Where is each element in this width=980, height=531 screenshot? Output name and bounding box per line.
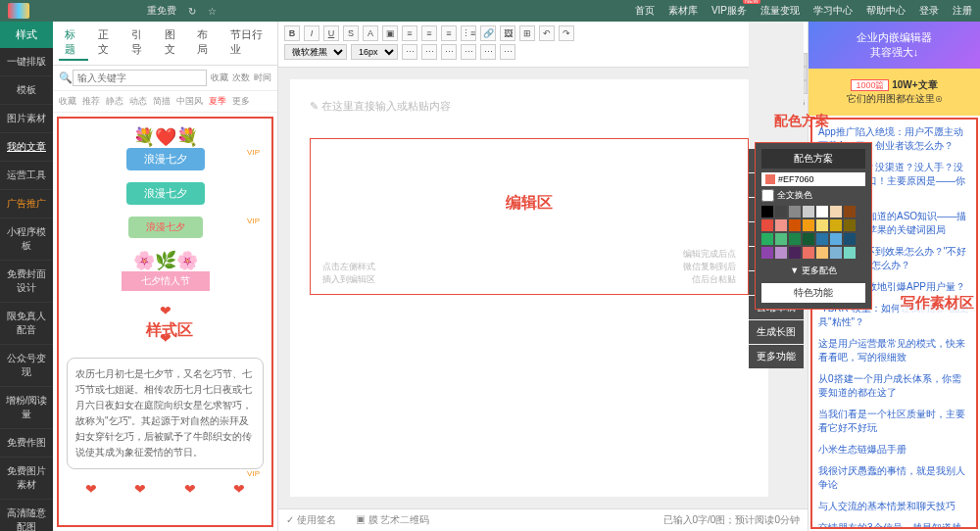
color-swatch[interactable] xyxy=(830,247,842,259)
signature-toggle[interactable]: ✓ 使用签名 xyxy=(286,513,336,527)
link-button[interactable]: 🔗 xyxy=(480,25,496,41)
styles-tab[interactable]: 标题 xyxy=(59,25,88,61)
top-nav-link[interactable]: 首页 xyxy=(635,4,655,18)
color-swatch[interactable] xyxy=(761,219,773,231)
sidebar-item[interactable]: 模板 xyxy=(0,76,53,105)
top-nav-link[interactable]: 注册 xyxy=(953,4,972,18)
color-swatch[interactable] xyxy=(775,247,787,259)
color-swatch[interactable] xyxy=(844,219,856,231)
sidebar-item[interactable]: 免费图片素材 xyxy=(0,458,53,500)
color-swatch[interactable] xyxy=(803,219,814,231)
italic-button[interactable]: I xyxy=(304,25,319,41)
styles-tab[interactable]: 正文 xyxy=(92,25,122,61)
style-template[interactable]: 浪漫七夕 VIP xyxy=(67,217,264,238)
tool-button[interactable]: 生成长图 xyxy=(749,320,804,344)
color-swatch[interactable] xyxy=(816,233,828,245)
article-link[interactable]: 从0搭建一个用户成长体系，你需要知道的都在这了 xyxy=(818,372,970,400)
search-option[interactable]: 收藏 xyxy=(211,72,228,84)
color-swatch[interactable] xyxy=(775,233,787,245)
color-swatch[interactable] xyxy=(816,206,828,217)
sidebar-item[interactable]: 小程序模板 xyxy=(0,218,53,261)
sidebar-item[interactable]: 限免真人配音 xyxy=(0,303,53,345)
style-template[interactable]: 浪漫七夕 xyxy=(67,182,264,205)
search-option[interactable]: 次数 xyxy=(232,72,250,84)
font-color-button[interactable]: A xyxy=(363,25,378,41)
color-swatch[interactable] xyxy=(775,206,787,217)
style-template[interactable]: 💐❤️💐 浪漫七夕 VIP xyxy=(67,126,264,170)
filter-tag[interactable]: 推荐 xyxy=(82,95,100,108)
color-swatch[interactable] xyxy=(761,247,773,259)
color-swatch[interactable] xyxy=(816,247,828,259)
color-swatch[interactable] xyxy=(761,233,773,245)
filter-tag[interactable]: 更多 xyxy=(232,95,250,108)
color-swatch[interactable] xyxy=(830,206,842,217)
filter-tag[interactable]: 动态 xyxy=(129,95,147,108)
toolbar-more-button[interactable]: ⋯ xyxy=(480,44,496,60)
article-link[interactable]: 当我们看是一个社区质量时，主要看它好不好玩 xyxy=(818,408,970,435)
color-swatch[interactable] xyxy=(830,219,842,231)
sidebar-item[interactable]: 公众号变现 xyxy=(0,345,53,387)
top-nav-link[interactable]: 登录 xyxy=(919,4,939,18)
styles-tab[interactable]: 引导 xyxy=(125,25,155,61)
color-swatch[interactable] xyxy=(761,206,773,217)
image-button[interactable]: 🖼 xyxy=(500,25,515,41)
special-features-button[interactable]: 特色功能 xyxy=(761,283,865,303)
color-swatch[interactable] xyxy=(775,219,787,231)
toolbar-more-button[interactable]: ⋯ xyxy=(402,44,417,60)
table-button[interactable]: ⊞ xyxy=(519,25,535,41)
color-swatch[interactable] xyxy=(803,247,814,259)
sidebar-item[interactable]: 一键排版 xyxy=(0,48,53,76)
refresh-icon[interactable]: ↻ xyxy=(188,6,196,17)
more-colors-button[interactable]: ▼ 更多配色 xyxy=(761,263,865,279)
color-swatch[interactable] xyxy=(789,247,801,259)
color-swatch[interactable] xyxy=(803,206,814,217)
article-link[interactable]: 小米生态链爆品手册 xyxy=(818,443,970,457)
color-swatch[interactable] xyxy=(816,219,828,231)
sidebar-item[interactable]: 免费作图 xyxy=(0,429,53,458)
article-link[interactable]: 这是用户运营最常见的模式，快来看看吧，写的很细致 xyxy=(818,337,970,364)
ad-banner-2[interactable]: 1000篇 10W+文章 它们的用图都在这里⊙ xyxy=(808,69,980,116)
filter-tag[interactable]: 静态 xyxy=(106,95,123,108)
underline-button[interactable]: U xyxy=(323,25,339,41)
toolbar-more-button[interactable]: ⋯ xyxy=(500,44,515,60)
align-right-button[interactable]: ≡ xyxy=(441,25,457,41)
styles-tab[interactable]: 节日行业 xyxy=(224,25,271,61)
bg-color-button[interactable]: ▣ xyxy=(382,25,398,41)
ad-banner-1[interactable]: 企业内嵌编辑器 其容强大↓ xyxy=(808,22,980,69)
qrcode-button[interactable]: ▣ 膜 艺术二维码 xyxy=(356,513,430,527)
search-option[interactable]: 时间 xyxy=(254,72,271,84)
font-family-select[interactable]: 微软雅黑 xyxy=(284,44,347,60)
filter-tag[interactable]: 简描 xyxy=(153,95,171,108)
color-swatch[interactable] xyxy=(830,233,842,245)
list-button[interactable]: ⋮≡ xyxy=(461,25,476,41)
align-left-button[interactable]: ≡ xyxy=(402,25,417,41)
top-nav-link[interactable]: 素材库 xyxy=(668,4,698,18)
full-recolor-checkbox[interactable]: 全文换色 xyxy=(761,189,865,202)
color-swatch[interactable] xyxy=(844,233,856,245)
sidebar-item[interactable]: 广告推广 xyxy=(0,190,53,218)
style-template[interactable]: 农历七月初七是七夕节，又名乞巧节、七巧节或七姐诞。相传农历七月七日夜或七月六日夜… xyxy=(67,358,264,469)
color-swatch[interactable] xyxy=(803,233,814,245)
toolbar-more-button[interactable]: ⋯ xyxy=(461,44,476,60)
logo[interactable] xyxy=(8,3,29,19)
sidebar-item[interactable]: 增粉/阅读量 xyxy=(0,387,53,429)
style-template[interactable]: 🌸🌿🌸 七夕情人节 xyxy=(67,250,264,291)
search-input[interactable] xyxy=(73,70,207,86)
top-nav-link[interactable]: 流量变现 xyxy=(760,4,800,18)
editor-canvas[interactable]: ✎ 在这里直接输入或粘贴内容 编辑区 点击左侧样式插入到编辑区 编辑完成后点微信… xyxy=(290,79,768,497)
align-center-button[interactable]: ≡ xyxy=(421,25,437,41)
filter-tag[interactable]: 夏季 xyxy=(209,95,226,108)
hex-input[interactable]: #EF7060 xyxy=(761,172,865,186)
redo-button[interactable]: ↷ xyxy=(559,25,574,41)
bold-button[interactable]: B xyxy=(284,25,300,41)
undo-button[interactable]: ↶ xyxy=(539,25,555,41)
color-swatch[interactable] xyxy=(844,206,856,217)
filter-tag[interactable]: 收藏 xyxy=(59,95,76,108)
tool-button[interactable]: 更多功能 xyxy=(749,345,804,368)
sidebar-item[interactable]: 运营工具 xyxy=(0,162,53,190)
article-link[interactable]: 我很讨厌愚蠢的事情，就是我别人争论 xyxy=(818,464,970,492)
strike-button[interactable]: S xyxy=(343,25,359,41)
article-link[interactable]: 与人交流的基本情景和聊天技巧 xyxy=(818,500,970,513)
color-swatch[interactable] xyxy=(789,219,801,231)
toolbar-more-button[interactable]: ⋯ xyxy=(441,44,457,60)
